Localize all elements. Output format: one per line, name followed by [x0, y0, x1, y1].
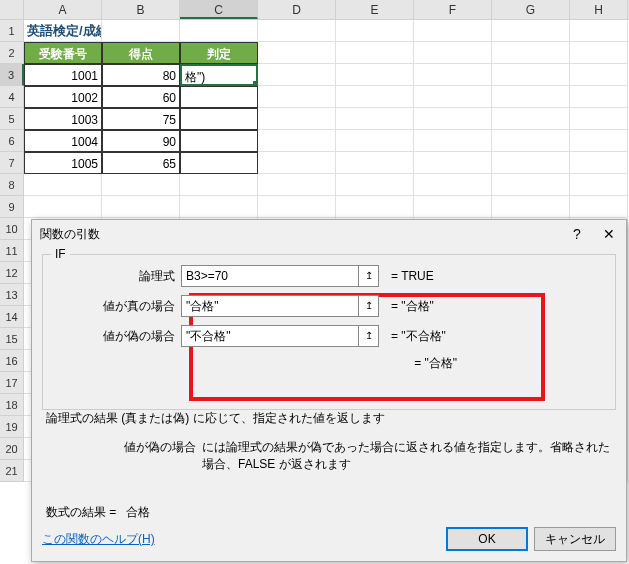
rownum-4[interactable]: 4 [0, 86, 24, 108]
cell[interactable] [570, 108, 628, 130]
colheader-A[interactable]: A [24, 0, 102, 19]
cell-C7[interactable] [180, 152, 258, 174]
cell[interactable] [258, 42, 336, 64]
cell[interactable] [492, 130, 570, 152]
cell[interactable] [258, 152, 336, 174]
rownum-7[interactable]: 7 [0, 152, 24, 174]
header-result[interactable]: 判定 [180, 42, 258, 64]
rownum-9[interactable]: 9 [0, 196, 24, 218]
help-link[interactable]: この関数のヘルプ(H) [42, 531, 155, 548]
rownum-3[interactable]: 3 [0, 64, 24, 86]
cell[interactable] [102, 196, 180, 218]
cell-C5[interactable] [180, 108, 258, 130]
cell-A5[interactable]: 1003 [24, 108, 102, 130]
rownum-6[interactable]: 6 [0, 130, 24, 152]
cell[interactable] [492, 20, 570, 42]
cell-C4[interactable] [180, 86, 258, 108]
rownum-8[interactable]: 8 [0, 174, 24, 196]
rownum-18[interactable]: 18 [0, 394, 24, 416]
value-if-true-input[interactable] [181, 295, 359, 317]
cell-C3-active[interactable]: 格") [180, 64, 258, 86]
cell[interactable] [414, 196, 492, 218]
collapse-icon[interactable]: ↥ [359, 265, 379, 287]
cell[interactable] [336, 174, 414, 196]
colheader-D[interactable]: D [258, 0, 336, 19]
rownum-14[interactable]: 14 [0, 306, 24, 328]
cell-B5[interactable]: 75 [102, 108, 180, 130]
colheader-H[interactable]: H [570, 0, 628, 19]
cell[interactable] [336, 152, 414, 174]
rownum-19[interactable]: 19 [0, 416, 24, 438]
cell[interactable] [180, 196, 258, 218]
cell[interactable] [414, 152, 492, 174]
rownum-2[interactable]: 2 [0, 42, 24, 64]
header-score[interactable]: 得点 [102, 42, 180, 64]
header-exam[interactable]: 受験番号 [24, 42, 102, 64]
cell[interactable] [570, 20, 628, 42]
dialog-titlebar[interactable]: 関数の引数 ? ✕ [32, 220, 626, 248]
cell-A4[interactable]: 1002 [24, 86, 102, 108]
cell[interactable] [570, 42, 628, 64]
colheader-B[interactable]: B [102, 0, 180, 19]
cell[interactable] [414, 20, 492, 42]
rownum-11[interactable]: 11 [0, 240, 24, 262]
colheader-F[interactable]: F [414, 0, 492, 19]
rownum-21[interactable]: 21 [0, 460, 24, 482]
cell-B4[interactable]: 60 [102, 86, 180, 108]
cell-B7[interactable]: 65 [102, 152, 180, 174]
rownum-13[interactable]: 13 [0, 284, 24, 306]
cell[interactable] [414, 64, 492, 86]
cancel-button[interactable]: キャンセル [534, 527, 616, 551]
cell[interactable] [336, 42, 414, 64]
cell[interactable] [492, 196, 570, 218]
ok-button[interactable]: OK [446, 527, 528, 551]
cell-C6[interactable] [180, 130, 258, 152]
cell[interactable] [570, 130, 628, 152]
cell[interactable] [180, 174, 258, 196]
cell[interactable] [414, 174, 492, 196]
cell[interactable] [258, 196, 336, 218]
cell[interactable] [258, 130, 336, 152]
cell[interactable] [414, 130, 492, 152]
rownum-20[interactable]: 20 [0, 438, 24, 460]
rownum-17[interactable]: 17 [0, 372, 24, 394]
cell[interactable] [492, 64, 570, 86]
logical-test-input[interactable] [181, 265, 359, 287]
cell[interactable] [336, 108, 414, 130]
cell[interactable] [180, 20, 258, 42]
cell[interactable] [336, 130, 414, 152]
rownum-12[interactable]: 12 [0, 262, 24, 284]
collapse-icon[interactable]: ↥ [359, 295, 379, 317]
cell[interactable] [258, 86, 336, 108]
cell-B3[interactable]: 80 [102, 64, 180, 86]
cell-A3[interactable]: 1001 [24, 64, 102, 86]
cell[interactable] [336, 196, 414, 218]
cell[interactable] [336, 86, 414, 108]
cell[interactable] [258, 20, 336, 42]
cell[interactable] [492, 42, 570, 64]
cell[interactable] [336, 20, 414, 42]
cell[interactable] [414, 108, 492, 130]
cell[interactable] [102, 174, 180, 196]
cell[interactable] [24, 196, 102, 218]
cell[interactable] [24, 174, 102, 196]
rownum-10[interactable]: 10 [0, 218, 24, 240]
rownum-16[interactable]: 16 [0, 350, 24, 372]
corner-cell[interactable] [0, 0, 24, 19]
help-icon[interactable]: ? [568, 226, 586, 242]
colheader-C[interactable]: C [180, 0, 258, 19]
collapse-icon[interactable]: ↥ [359, 325, 379, 347]
cell-A6[interactable]: 1004 [24, 130, 102, 152]
colheader-E[interactable]: E [336, 0, 414, 19]
cell[interactable] [492, 108, 570, 130]
close-icon[interactable]: ✕ [600, 226, 618, 242]
cell[interactable] [492, 174, 570, 196]
value-if-false-input[interactable] [181, 325, 359, 347]
cell[interactable] [570, 152, 628, 174]
cell[interactable] [258, 108, 336, 130]
cell[interactable] [570, 64, 628, 86]
cell[interactable] [258, 64, 336, 86]
cell[interactable] [492, 152, 570, 174]
cell[interactable] [570, 196, 628, 218]
cell[interactable] [570, 174, 628, 196]
